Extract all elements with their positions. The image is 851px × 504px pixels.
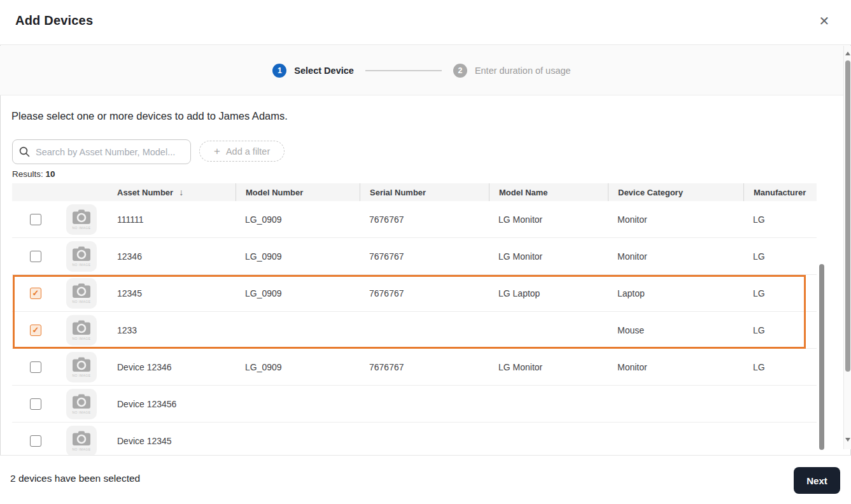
no-image-placeholder: NO IMAGE — [66, 426, 97, 456]
device-image-cell: NO IMAGE — [50, 352, 111, 382]
cell-model-name: LG Monitor — [489, 362, 608, 372]
modal-header: Add Devices ✕ — [0, 0, 851, 45]
next-button[interactable]: Next — [794, 467, 840, 494]
cell-device-category: Monitor — [608, 214, 743, 225]
stepper-connector — [365, 70, 442, 71]
camera-icon — [72, 283, 91, 298]
checkbox-cell: ✓ — [12, 288, 50, 299]
device-image-cell: NO IMAGE — [50, 389, 111, 419]
cell-asset-number: 1233 — [111, 325, 236, 335]
column-header-label: Serial Number — [370, 188, 426, 197]
cell-asset-number: Device 12346 — [111, 362, 236, 372]
row-checkbox[interactable] — [30, 435, 41, 447]
no-image-placeholder: NO IMAGE — [66, 241, 97, 272]
no-image-label: NO IMAGE — [72, 263, 90, 267]
table-scrollbar-thumb[interactable] — [819, 264, 824, 450]
prompt-text: Please select one or more devices to add… — [11, 110, 288, 122]
page-title: Add Devices — [15, 13, 93, 28]
no-image-placeholder: NO IMAGE — [66, 389, 97, 419]
checkbox-cell — [12, 361, 50, 373]
column-header-device-category[interactable]: Device Category — [608, 183, 743, 201]
no-image-label: NO IMAGE — [72, 447, 90, 451]
plus-icon: + — [214, 145, 220, 158]
cell-model-name: LG Monitor — [489, 214, 608, 225]
cell-device-category: Mouse — [608, 325, 743, 335]
table-row[interactable]: NO IMAGEDevice 12345 — [12, 423, 817, 455]
modal-scrollbar-thumb[interactable] — [845, 60, 850, 372]
add-filter-button[interactable]: + Add a filter — [199, 141, 285, 162]
cell-manufacturer: LG — [743, 362, 817, 372]
row-checkbox[interactable] — [30, 214, 41, 225]
cell-manufacturer: LG — [743, 251, 817, 262]
cell-manufacturer: LG — [743, 288, 817, 298]
row-checkbox[interactable] — [30, 398, 41, 410]
device-image-cell: NO IMAGE — [50, 204, 111, 235]
column-header-model-name[interactable]: Model Name — [489, 183, 608, 201]
row-checkbox[interactable] — [30, 251, 41, 262]
cell-model-name: LG Monitor — [489, 251, 608, 262]
table-row[interactable]: ✓NO IMAGE12345LG_09097676767LG LaptopLap… — [12, 275, 817, 312]
no-image-placeholder: NO IMAGE — [66, 315, 97, 346]
checkbox-cell: ✓ — [12, 325, 50, 336]
sort-descending-icon[interactable]: ↓ — [179, 187, 183, 197]
column-header-label: Asset Number — [117, 188, 173, 197]
search-input[interactable] — [36, 147, 184, 157]
column-header-model-number[interactable]: Model Number — [236, 183, 360, 201]
cell-model-number: LG_0909 — [236, 288, 360, 298]
cell-model-number: LG_0909 — [236, 214, 360, 225]
device-image-cell: NO IMAGE — [50, 426, 111, 456]
scroll-up-arrow-icon[interactable] — [845, 52, 850, 55]
no-image-label: NO IMAGE — [72, 337, 90, 340]
column-header-label: Model Name — [499, 188, 548, 197]
table-row[interactable]: NO IMAGEDevice 123456 — [12, 386, 817, 423]
table-row[interactable]: ✓NO IMAGE1233MouseLG — [12, 312, 817, 349]
camera-icon — [72, 209, 91, 225]
column-header-label: Model Number — [246, 188, 303, 197]
add-filter-label: Add a filter — [226, 146, 270, 157]
stepper: 1 Select Device 2 Enter duration of usag… — [0, 46, 843, 95]
row-checkbox[interactable] — [30, 361, 41, 373]
camera-icon — [72, 320, 91, 335]
column-header-asset-number[interactable]: Asset Number↓ — [111, 183, 236, 201]
cell-serial-number: 7676767 — [360, 214, 489, 225]
table-row[interactable]: NO IMAGE12346LG_09097676767LG MonitorMon… — [12, 238, 817, 275]
no-image-placeholder: NO IMAGE — [66, 352, 97, 382]
table-body: NO IMAGE111111LG_09097676767LG MonitorMo… — [12, 201, 817, 455]
modal-scrollbar[interactable] — [843, 46, 851, 449]
step-select-device: 1 Select Device — [272, 64, 354, 78]
column-header-manufacturer[interactable]: Manufacturer — [743, 183, 817, 201]
cell-serial-number: 7676767 — [360, 288, 489, 298]
step-1-circle: 1 — [272, 64, 286, 78]
selection-summary: 2 devices have been selected — [10, 473, 140, 484]
search-box — [12, 139, 191, 164]
cell-asset-number: 12346 — [111, 251, 236, 262]
cell-asset-number: Device 12345 — [111, 436, 236, 446]
row-checkbox-checked[interactable]: ✓ — [30, 325, 41, 336]
camera-icon — [72, 431, 91, 446]
column-header-spacer — [50, 183, 111, 201]
checkbox-cell — [12, 398, 50, 410]
column-header-serial-number[interactable]: Serial Number — [360, 183, 489, 201]
table-row[interactable]: NO IMAGEDevice 12346LG_09097676767LG Mon… — [12, 349, 817, 386]
checkbox-cell — [12, 435, 50, 447]
no-image-label: NO IMAGE — [72, 226, 90, 230]
table-row[interactable]: NO IMAGE111111LG_09097676767LG MonitorMo… — [12, 201, 817, 238]
close-icon[interactable]: ✕ — [817, 13, 832, 29]
column-header-spacer — [12, 183, 50, 201]
scroll-down-arrow-icon[interactable] — [845, 438, 850, 442]
row-checkbox-checked[interactable]: ✓ — [30, 288, 41, 299]
cell-model-name: LG Laptop — [489, 288, 608, 298]
device-table: Asset Number↓Model NumberSerial NumberMo… — [12, 183, 817, 455]
step-1-label: Select Device — [294, 66, 354, 76]
device-image-cell: NO IMAGE — [50, 278, 111, 309]
camera-icon — [72, 357, 91, 372]
cell-asset-number: 12345 — [111, 288, 236, 298]
cell-asset-number: 111111 — [111, 214, 236, 225]
results-count: Results: 10 — [12, 169, 55, 179]
no-image-placeholder: NO IMAGE — [66, 204, 97, 235]
checkbox-cell — [12, 214, 50, 225]
step-enter-duration: 2 Enter duration of usage — [453, 64, 571, 78]
cell-manufacturer: LG — [743, 325, 817, 335]
device-image-cell: NO IMAGE — [50, 315, 111, 346]
step-2-circle: 2 — [453, 64, 467, 78]
